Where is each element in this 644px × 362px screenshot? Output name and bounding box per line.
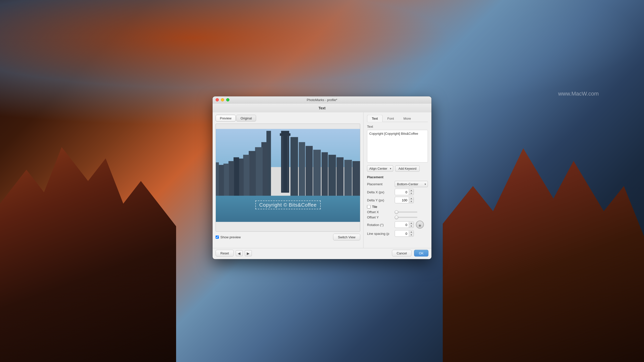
add-keyword-button[interactable]: Add Keyword	[395, 165, 420, 171]
svg-rect-15	[216, 162, 219, 198]
tile-checkbox[interactable]	[367, 205, 371, 208]
delta-x-up[interactable]: ▲	[409, 189, 414, 192]
svg-rect-4	[282, 136, 283, 191]
show-preview-checkbox[interactable]	[216, 236, 219, 239]
rotation-dial[interactable]	[416, 221, 424, 229]
offset-y-label: Offset Y	[367, 215, 395, 219]
window-controls	[216, 98, 229, 102]
svg-rect-24	[352, 161, 360, 198]
nav-back-button[interactable]: ◀	[236, 250, 243, 256]
offset-y-slider[interactable]	[395, 217, 417, 218]
delta-x-input[interactable]	[395, 189, 409, 195]
tab-more[interactable]: More	[399, 115, 416, 122]
line-spacing-up[interactable]: ▲	[409, 231, 414, 234]
rotation-down[interactable]: ▼	[409, 225, 414, 228]
line-spacing-stepper: ▲ ▼	[409, 231, 414, 237]
svg-rect-9	[243, 155, 250, 198]
window-title: PhotoMarks - profile*	[307, 98, 337, 102]
preview-top-bar	[216, 124, 360, 129]
preview-footer: Show preview Switch View	[216, 232, 360, 242]
maximize-button[interactable]	[226, 98, 229, 102]
water-area	[216, 196, 360, 224]
delta-x-stepper: ▲ ▼	[409, 189, 414, 195]
offset-y-row: Offset Y	[367, 215, 428, 219]
placement-heading: Placement	[367, 175, 428, 179]
svg-rect-10	[238, 158, 244, 198]
rotation-label: Rotation (°)	[367, 223, 395, 227]
text-section-label: Text	[367, 125, 428, 128]
main-window: PhotoMarks - profile* Text Preview Origi…	[213, 97, 431, 259]
align-select-wrap: Align Left Align Center Align Right ▼	[367, 165, 393, 172]
svg-rect-16	[291, 137, 298, 198]
offset-x-row: Offset X	[367, 210, 428, 214]
line-spacing-input[interactable]	[395, 231, 409, 236]
placement-field-label: Placement	[367, 182, 395, 186]
line-spacing-input-wrap: ▲ ▼	[395, 230, 414, 237]
delta-y-input-wrap: ▲ ▼	[395, 197, 414, 203]
svg-rect-7	[255, 147, 263, 198]
offset-x-thumb[interactable]	[395, 210, 398, 214]
svg-rect-21	[328, 155, 336, 198]
right-panel: Text Font More Text Copyright [Copyright…	[364, 112, 431, 248]
dialog-title: Text	[318, 106, 326, 110]
title-bar: PhotoMarks - profile*	[213, 97, 431, 104]
dial-indicator	[419, 225, 421, 227]
show-preview-label[interactable]: Show preview	[216, 235, 241, 239]
line-spacing-label: Line spacing (p	[367, 232, 395, 235]
preview-bottom-bar	[216, 222, 360, 232]
preview-container: Copyright © Bits&Coffee	[216, 124, 360, 232]
close-button[interactable]	[216, 98, 219, 102]
tab-text[interactable]: Text	[367, 115, 383, 122]
align-select[interactable]: Align Left Align Center Align Right	[367, 165, 393, 172]
switch-view-button[interactable]: Switch View	[333, 234, 360, 241]
tab-preview[interactable]: Preview	[216, 115, 236, 122]
reset-button[interactable]: Reset	[216, 250, 234, 257]
dialog-body: Preview Original	[213, 112, 431, 248]
right-tabs: Text Font More	[367, 115, 428, 122]
footer-left: Reset ◀ ▶	[216, 250, 252, 257]
delta-y-label: Delta Y (px)	[367, 198, 395, 202]
rotation-input-wrap: ▲ ▼	[395, 221, 414, 228]
left-panel: Preview Original	[213, 112, 364, 248]
tab-font[interactable]: Font	[383, 115, 399, 122]
offset-y-thumb[interactable]	[395, 215, 398, 219]
city-scene: Copyright © Bits&Coffee	[216, 129, 360, 224]
delta-y-stepper: ▲ ▼	[409, 197, 414, 203]
footer-row: Reset ◀ ▶ Cancel OK	[213, 248, 431, 259]
svg-rect-13	[223, 163, 229, 198]
line-spacing-row: Line spacing (p ▲ ▼	[367, 230, 428, 237]
offset-x-label: Offset X	[367, 210, 395, 214]
rotation-stepper: ▲ ▼	[409, 222, 414, 228]
svg-rect-14	[218, 165, 224, 198]
svg-rect-5	[287, 136, 288, 191]
delta-y-input[interactable]	[395, 197, 409, 203]
delta-x-down[interactable]: ▼	[409, 192, 414, 195]
tab-original[interactable]: Original	[236, 115, 256, 122]
cancel-button[interactable]: Cancel	[392, 250, 412, 257]
svg-rect-8	[249, 151, 256, 198]
offset-x-slider[interactable]	[395, 211, 417, 212]
svg-rect-23	[344, 160, 352, 198]
desktop-watermark: www.MacW.com	[558, 90, 599, 97]
svg-rect-22	[337, 157, 344, 198]
minimize-button[interactable]	[221, 98, 224, 102]
buildings-svg	[216, 131, 360, 198]
delta-y-up[interactable]: ▲	[409, 197, 414, 200]
delta-y-row: Delta Y (px) ▲ ▼	[367, 197, 428, 203]
rotation-up[interactable]: ▲	[409, 222, 414, 225]
placement-select[interactable]: Top-Left Top-Center Top-Right Center-Lef…	[395, 181, 428, 187]
dialog-header: Text	[213, 104, 431, 112]
delta-x-row: Delta X (px) ▲ ▼	[367, 189, 428, 195]
svg-rect-20	[321, 152, 328, 198]
svg-rect-17	[299, 142, 305, 198]
tile-label: Tile	[372, 205, 377, 209]
rotation-input[interactable]	[395, 222, 409, 227]
line-spacing-down[interactable]: ▼	[409, 234, 414, 237]
svg-rect-18	[306, 146, 313, 198]
nav-forward-button[interactable]: ▶	[245, 250, 252, 256]
delta-x-input-wrap: ▲ ▼	[395, 189, 414, 195]
delta-y-down[interactable]: ▼	[409, 200, 414, 203]
text-input[interactable]: Copyright [Copyright] Bits&Coffee	[367, 130, 428, 163]
ok-button[interactable]: OK	[414, 250, 428, 257]
preview-watermark-text: Copyright © Bits&Coffee	[255, 201, 320, 209]
